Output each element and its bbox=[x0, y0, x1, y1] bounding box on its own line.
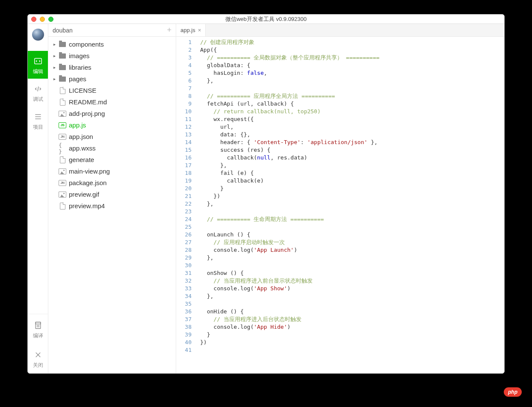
file-row[interactable]: preview.mp4 bbox=[48, 200, 176, 212]
nav-compile[interactable]: 编译 bbox=[28, 314, 48, 344]
code-line: wx.request({ bbox=[200, 115, 504, 123]
file-row[interactable]: main-view.png bbox=[48, 165, 176, 177]
file-row[interactable]: add-proj.png bbox=[48, 108, 176, 119]
code-line: // ========== 全局数据对象（整个应用程序共享） =========… bbox=[200, 54, 504, 62]
avatar[interactable] bbox=[32, 29, 44, 41]
tab-app-js[interactable]: app.js × bbox=[176, 24, 206, 36]
window-close-button[interactable] bbox=[31, 17, 36, 22]
code-line bbox=[200, 223, 504, 231]
nav-project[interactable]: 项目 bbox=[28, 106, 48, 134]
chevron-right-icon: ▸ bbox=[53, 42, 57, 47]
editor-tabs: app.js × bbox=[176, 24, 504, 37]
tree-item-label: main-view.png bbox=[69, 168, 110, 175]
chevron-right-icon: ▸ bbox=[53, 65, 57, 70]
window-minimize-button[interactable] bbox=[40, 17, 45, 22]
file-row[interactable]: JNpackage.json bbox=[48, 177, 176, 189]
line-number: 7 bbox=[176, 85, 192, 92]
code-line: }) bbox=[200, 192, 504, 200]
svg-rect-0 bbox=[34, 59, 41, 64]
nav-edit[interactable]: 编辑 bbox=[28, 51, 48, 79]
file-row[interactable]: README.md bbox=[48, 96, 176, 108]
file-row[interactable]: generate bbox=[48, 154, 176, 165]
nav-edit-label: 编辑 bbox=[33, 68, 43, 75]
code-line: } bbox=[200, 331, 504, 339]
file-row[interactable]: preview.gif bbox=[48, 189, 176, 200]
line-number: 23 bbox=[176, 208, 192, 215]
file-row[interactable]: { }app.wxss bbox=[48, 142, 176, 154]
code-line: App({ bbox=[200, 46, 504, 54]
folder-row[interactable]: ▸pages bbox=[48, 73, 176, 85]
app-window: 微信web开发者工具 v0.9.092300 编辑 调试 bbox=[27, 14, 505, 374]
line-number: 27 bbox=[176, 239, 192, 246]
line-number: 11 bbox=[176, 115, 192, 123]
new-file-button[interactable]: + bbox=[167, 26, 171, 35]
line-gutter: 1234567891011121314151617181920212223242… bbox=[176, 37, 195, 373]
code-line: fail (e) { bbox=[200, 169, 504, 177]
editor: app.js × 1234567891011121314151617181920… bbox=[176, 24, 504, 373]
file-row[interactable]: JSapp.js bbox=[48, 119, 176, 131]
code-line bbox=[200, 262, 504, 269]
line-number: 4 bbox=[176, 62, 192, 69]
tree-item-label: add-proj.png bbox=[69, 110, 105, 117]
tree-item-label: README.md bbox=[69, 98, 107, 106]
line-number: 36 bbox=[176, 308, 192, 316]
line-number: 39 bbox=[176, 331, 192, 339]
php-badge: php bbox=[504, 387, 522, 397]
line-number: 8 bbox=[176, 92, 192, 100]
line-number: 32 bbox=[176, 277, 192, 285]
code-line: callback(null, res.data) bbox=[200, 154, 504, 162]
tab-close-icon[interactable]: × bbox=[198, 27, 201, 33]
folder-row[interactable]: ▸components bbox=[48, 38, 176, 50]
line-number: 28 bbox=[176, 246, 192, 254]
code-line: // ========== 应用程序全局方法 ========== bbox=[200, 92, 504, 100]
nav-sidebar: 编辑 调试 项目 bbox=[28, 24, 48, 373]
code-line: callback(e) bbox=[200, 177, 504, 185]
line-number: 19 bbox=[176, 177, 192, 185]
tree-item-label: components bbox=[69, 41, 104, 48]
line-number: 40 bbox=[176, 339, 192, 346]
tree-item-label: pages bbox=[69, 75, 86, 83]
nav-close[interactable]: 关闭 bbox=[28, 344, 48, 373]
close-icon bbox=[33, 350, 43, 360]
code-line bbox=[200, 346, 504, 354]
code-line: hasLogin: false, bbox=[200, 69, 504, 77]
window-zoom-button[interactable] bbox=[48, 17, 53, 22]
nav-debug[interactable]: 调试 bbox=[28, 79, 48, 106]
debug-icon bbox=[33, 84, 43, 94]
line-number: 12 bbox=[176, 123, 192, 131]
compile-icon bbox=[33, 320, 43, 330]
code-line: url, bbox=[200, 123, 504, 131]
line-number: 41 bbox=[176, 346, 192, 354]
line-number: 6 bbox=[176, 77, 192, 85]
code-line: header: { 'Content-Type': 'application/j… bbox=[200, 139, 504, 146]
titlebar[interactable]: 微信web开发者工具 v0.9.092300 bbox=[28, 15, 504, 24]
nav-debug-label: 调试 bbox=[33, 96, 43, 103]
tree-item-label: generate bbox=[69, 156, 94, 163]
line-number: 30 bbox=[176, 262, 192, 269]
code-line: onLaunch () { bbox=[200, 231, 504, 239]
code-content[interactable]: // 创建应用程序对象App({ // ========== 全局数据对象（整个… bbox=[195, 37, 504, 373]
file-row[interactable]: LICENSE bbox=[48, 85, 176, 96]
code-line: }, bbox=[200, 162, 504, 169]
code-line: // 当应用程序进入前台显示状态时触发 bbox=[200, 277, 504, 285]
code-line: onShow () { bbox=[200, 269, 504, 277]
code-area[interactable]: 1234567891011121314151617181920212223242… bbox=[176, 37, 504, 373]
line-number: 13 bbox=[176, 131, 192, 139]
code-line: onHide () { bbox=[200, 308, 504, 316]
nav-project-label: 项目 bbox=[33, 124, 43, 131]
file-row[interactable]: JNapp.json bbox=[48, 131, 176, 142]
folder-row[interactable]: ▸images bbox=[48, 50, 176, 62]
code-line: }, bbox=[200, 292, 504, 300]
code-line: console.log('App Hide') bbox=[200, 323, 504, 331]
tree-item-label: preview.gif bbox=[69, 191, 99, 198]
folder-row[interactable]: ▸libraries bbox=[48, 62, 176, 73]
line-number: 38 bbox=[176, 323, 192, 331]
line-number: 2 bbox=[176, 46, 192, 54]
tree-item-label: preview.mp4 bbox=[69, 202, 105, 209]
tree-item-label: images bbox=[69, 52, 89, 59]
project-name: douban bbox=[53, 27, 73, 34]
code-line: console.log('App Launch') bbox=[200, 246, 504, 254]
line-number: 21 bbox=[176, 192, 192, 200]
line-number: 15 bbox=[176, 146, 192, 154]
line-number: 37 bbox=[176, 316, 192, 323]
